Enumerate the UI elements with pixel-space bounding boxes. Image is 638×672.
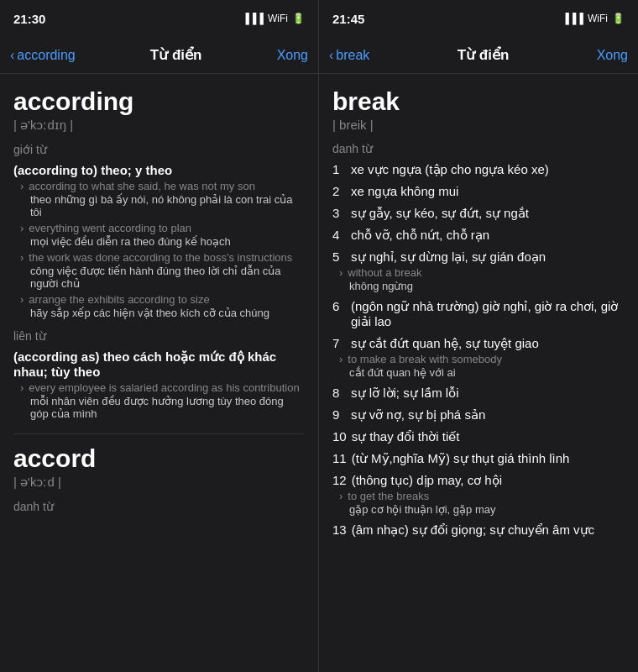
left-def-main-2: (according as) theo cách hoặc mức độ khá… xyxy=(13,349,305,379)
numbered-def-row: 6(ngôn ngữ nhà trường) giờ nghỉ, giờ ra … xyxy=(332,299,625,329)
left-content: according | ə'kɔːdɪŋ | giới từ (accordin… xyxy=(0,74,318,672)
bullet-icon: › xyxy=(20,293,24,306)
signal-icon: ▐▐▐ xyxy=(562,13,583,24)
sub-example-en-0: ›to get the breaks xyxy=(339,490,625,502)
right-nav-back[interactable]: ‹ break xyxy=(329,48,369,63)
sub-example-en-text-0: to get the breaks xyxy=(348,490,429,502)
right-status-bar: 21:45 ▐▐▐ WiFi 🔋 xyxy=(319,0,638,37)
sub-example-en-0: ›without a break xyxy=(339,266,625,279)
def-number: 12 xyxy=(332,473,347,488)
def-number: 1 xyxy=(332,162,346,177)
wifi-icon: WiFi xyxy=(268,13,288,24)
bullet-icon: › xyxy=(20,222,24,234)
left-phone-panel: 21:30 ▐▐▐ WiFi 🔋 ‹ according Từ điển Xon… xyxy=(0,0,319,672)
numbered-def-row: 13(âm nhạc) sự đổi giọng; sự chuyển âm v… xyxy=(332,522,625,538)
right-status-icons: ▐▐▐ WiFi 🔋 xyxy=(562,13,625,24)
left-def-2: (according as) theo cách hoặc mức độ khá… xyxy=(13,349,305,420)
right-def-12: 12(thông tục) dịp may, cơ hội›to get the… xyxy=(332,473,625,516)
def-number: 10 xyxy=(332,429,347,444)
left-word: according xyxy=(13,87,305,116)
example-en-text-2: everything went according to plan xyxy=(29,222,191,234)
sub-example-block: ›without a breakkhông ngừng xyxy=(332,266,625,292)
left-status-time: 21:30 xyxy=(13,12,45,26)
def-text: sự thay đổi thời tiết xyxy=(352,429,460,444)
right-nav-done[interactable]: Xong xyxy=(597,48,628,63)
bullet-icon: › xyxy=(20,381,24,394)
left-status-icons: ▐▐▐ WiFi 🔋 xyxy=(242,13,305,24)
def-text: sự vỡ nợ, sự bị phá sản xyxy=(351,407,485,423)
example-vn-4: hãy sắp xếp các hiện vật theo kích cỡ củ… xyxy=(20,307,305,319)
sub-example-block: ›to get the breaksgặp cơ hội thuận lợi, … xyxy=(332,490,625,516)
numbered-def-row: 10sự thay đổi thời tiết xyxy=(332,429,625,444)
left-nav-back-label[interactable]: according xyxy=(17,48,75,63)
right-def-2: 2xe ngựa không mui xyxy=(332,184,625,199)
left-examples-2: › every employee is salaried according a… xyxy=(13,381,305,420)
right-nav-title: Từ điển xyxy=(458,46,510,64)
def-text: xe ngựa không mui xyxy=(351,184,458,199)
left-sub-word-section: accord | ə'kɔːd | danh từ xyxy=(13,433,305,513)
left-sub-pos: danh từ xyxy=(13,500,305,513)
def-text: xe vực ngựa (tập cho ngựa kéo xe) xyxy=(351,162,549,177)
numbered-def-row: 9sự vỡ nợ, sự bị phá sản xyxy=(332,407,625,423)
battery-icon: 🔋 xyxy=(292,13,305,24)
numbered-def-row: 1xe vực ngựa (tập cho ngựa kéo xe) xyxy=(332,162,625,177)
sub-example-en-0: ›to make a break with somebody xyxy=(339,353,625,365)
right-def-4: 4chỗ vỡ, chỗ nứt, chỗ rạn xyxy=(332,228,625,243)
left-examples-1: › according to what she said, he was not… xyxy=(13,180,305,319)
def-text: sự nghỉ, sự dừng lại, sự gián đoạn xyxy=(351,249,546,265)
left-nav-done[interactable]: Xong xyxy=(277,48,308,63)
bullet-icon: › xyxy=(339,490,343,502)
def-number: 13 xyxy=(332,522,347,538)
example-en-text-4: arrange the exhibits according to size xyxy=(29,293,209,306)
sub-example-vn-0: gặp cơ hội thuận lợi, gặp may xyxy=(339,503,625,516)
left-nav-back[interactable]: ‹ according xyxy=(10,48,76,63)
example-en-text-3: the work was done according to the boss'… xyxy=(29,251,292,264)
right-def-13: 13(âm nhạc) sự đổi giọng; sự chuyển âm v… xyxy=(332,522,625,538)
def-number: 4 xyxy=(332,228,346,243)
example-vn-5: mỗi nhân viên đều được hưởng lương tùy t… xyxy=(20,395,305,420)
right-pos-1: danh từ xyxy=(332,142,625,155)
battery-icon: 🔋 xyxy=(612,13,625,24)
right-word: break xyxy=(332,87,625,116)
right-content: break | breik | danh từ 1xe vực ngựa (tậ… xyxy=(319,74,638,672)
sub-example-en-text-0: to make a break with somebody xyxy=(348,353,502,365)
sub-example-en-text-0: without a break xyxy=(348,266,421,279)
left-sub-pronunciation: | ə'kɔːd | xyxy=(13,475,305,490)
left-pronunciation: | ə'kɔːdɪŋ | xyxy=(13,118,305,133)
example-en-2: › everything went according to plan xyxy=(20,222,305,234)
def-number: 5 xyxy=(332,249,346,265)
def-number: 3 xyxy=(332,206,346,221)
chevron-left-icon: ‹ xyxy=(329,48,333,63)
right-definitions-container: 1xe vực ngựa (tập cho ngựa kéo xe)2xe ng… xyxy=(332,162,625,538)
def-text: chỗ vỡ, chỗ nứt, chỗ rạn xyxy=(351,228,489,243)
example-en-1: › according to what she said, he was not… xyxy=(20,180,305,192)
def-text: sự cắt đứt quan hệ, sự tuyệt giao xyxy=(351,336,539,351)
bullet-icon: › xyxy=(20,180,24,192)
sub-example-block: ›to make a break with somebodycắt đứt qu… xyxy=(332,353,625,379)
left-sub-word: accord xyxy=(13,444,305,473)
numbered-def-row: 8sự lỡ lời; sự lầm lỗi xyxy=(332,386,625,401)
right-def-11: 11(từ Mỹ,nghĩa Mỹ) sự thụt giá thình lìn… xyxy=(332,451,625,466)
def-number: 2 xyxy=(332,184,346,199)
example-vn-3: công việc được tiến hành đúng theo lời c… xyxy=(20,265,305,290)
bullet-icon: › xyxy=(20,251,24,264)
left-pos-2: liên từ xyxy=(13,329,305,343)
numbered-def-row: 12(thông tục) dịp may, cơ hội xyxy=(332,473,625,488)
right-pronunciation: | breik | xyxy=(332,118,625,132)
right-def-7: 7sự cắt đứt quan hệ, sự tuyệt giao›to ma… xyxy=(332,336,625,379)
example-en-4: › arrange the exhibits according to size xyxy=(20,293,305,306)
numbered-def-row: 2xe ngựa không mui xyxy=(332,184,625,199)
sub-example-vn-0: không ngừng xyxy=(339,280,625,292)
right-nav-back-label[interactable]: break xyxy=(336,48,369,63)
example-vn-1: theo những gì bà ấy nói, nó không phải l… xyxy=(20,193,305,218)
def-number: 8 xyxy=(332,386,346,401)
def-text: sự gẫy, sự kéo, sự đứt, sự ngắt xyxy=(351,206,529,221)
left-status-bar: 21:30 ▐▐▐ WiFi 🔋 xyxy=(0,0,318,37)
example-en-3: › the work was done according to the bos… xyxy=(20,251,305,264)
left-pos-1: giới từ xyxy=(13,143,305,156)
def-text: (ngôn ngữ nhà trường) giờ nghỉ, giờ ra c… xyxy=(351,299,625,329)
def-text: sự lỡ lời; sự lầm lỗi xyxy=(351,386,459,401)
wifi-icon: WiFi xyxy=(588,13,608,24)
chevron-left-icon: ‹ xyxy=(10,48,14,63)
def-number: 7 xyxy=(332,336,346,351)
